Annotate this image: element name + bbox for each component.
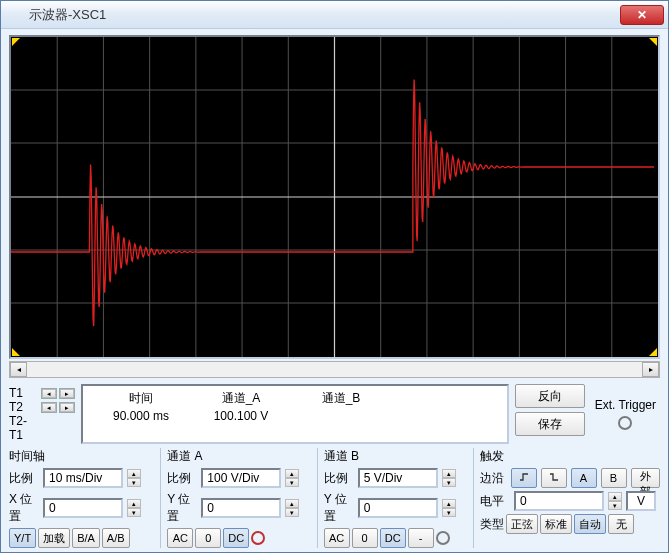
timebase-group: 时间轴 比例 10 ms/Div ▴▾ X 位置 0 ▴▾ Y/T 加载 B/A… xyxy=(9,448,152,548)
readout-chb xyxy=(291,409,391,423)
channel-a-group: 通道 A 比例 100 V/Div ▴▾ Y 位置 0 ▴▾ AC 0 DC xyxy=(160,448,308,548)
readout-header-time: 时间 xyxy=(91,390,191,407)
app-icon xyxy=(5,8,23,22)
scope-display[interactable] xyxy=(9,35,660,359)
cha-jack-icon[interactable] xyxy=(251,531,265,545)
close-button[interactable]: ✕ xyxy=(620,5,664,25)
cha-ypos-label: Y 位置 xyxy=(167,491,197,525)
trigger-type-none[interactable]: 无 xyxy=(608,514,634,534)
up[interactable]: ▴ xyxy=(442,499,456,508)
chb-scale-spinner[interactable]: ▴▾ xyxy=(442,469,456,487)
trigger-type-std[interactable]: 标准 xyxy=(540,514,572,534)
cha-ypos-input[interactable]: 0 xyxy=(201,498,281,518)
corner-marker-tl xyxy=(12,38,20,46)
chb-dc-button[interactable]: DC xyxy=(380,528,406,548)
scroll-right-button[interactable]: ▸ xyxy=(642,362,659,377)
t2-right[interactable]: ▸ xyxy=(60,403,74,412)
control-panel: T1 ◂ ▸ T2 ◂ ▸ T2-T1 时间 通道_A 通道_B xyxy=(9,384,660,548)
timebase-scale-input[interactable]: 10 ms/Div xyxy=(43,468,123,488)
up[interactable]: ▴ xyxy=(608,492,622,501)
t2-left[interactable]: ◂ xyxy=(42,403,56,412)
readout-time: 90.000 ms xyxy=(91,409,191,423)
chb-ypos-label: Y 位置 xyxy=(324,491,354,525)
mode-yt-button[interactable]: Y/T xyxy=(9,528,36,548)
chb-jack-icon[interactable] xyxy=(436,531,450,545)
trigger-src-ext-button[interactable]: 外部 xyxy=(631,468,660,488)
trigger-title: 触发 xyxy=(480,448,660,465)
cursor-diff-label: T2-T1 xyxy=(9,414,39,442)
cursor-readout: 时间 通道_A 通道_B 90.000 ms 100.100 V xyxy=(81,384,509,444)
chb-scale-input[interactable]: 5 V/Div xyxy=(358,468,438,488)
down[interactable]: ▾ xyxy=(608,501,622,510)
scroll-track[interactable] xyxy=(27,362,642,377)
cha-scale-spinner[interactable]: ▴▾ xyxy=(285,469,299,487)
chb-ypos-spinner[interactable]: ▴▾ xyxy=(442,499,456,517)
edge-falling-button[interactable] xyxy=(541,468,567,488)
trigger-group: 触发 边沿 A B 外部 电平 0 ▴▾ V 类型 正弦 xyxy=(473,448,660,548)
down[interactable]: ▾ xyxy=(285,478,299,487)
timebase-scale-label: 比例 xyxy=(9,470,39,487)
window-title: 示波器-XSC1 xyxy=(29,6,620,24)
cursor-t1-label: T1 xyxy=(9,386,39,400)
trigger-type-sine[interactable]: 正弦 xyxy=(506,514,538,534)
chb-ypos-input[interactable]: 0 xyxy=(358,498,438,518)
cha-zero-button[interactable]: 0 xyxy=(195,528,221,548)
down[interactable]: ▾ xyxy=(127,508,141,517)
cha-dc-button[interactable]: DC xyxy=(223,528,249,548)
timebase-scale-spinner[interactable]: ▴▾ xyxy=(127,469,141,487)
t1-left[interactable]: ◂ xyxy=(42,389,56,398)
channel-b-group: 通道 B 比例 5 V/Div ▴▾ Y 位置 0 ▴▾ AC 0 DC - xyxy=(317,448,465,548)
cha-scale-input[interactable]: 100 V/Div xyxy=(201,468,281,488)
corner-marker-tr xyxy=(649,38,657,46)
trigger-level-label: 电平 xyxy=(480,493,510,510)
chb-scale-label: 比例 xyxy=(324,470,354,487)
horizontal-scrollbar[interactable]: ◂ ▸ xyxy=(9,361,660,378)
trigger-type-auto[interactable]: 自动 xyxy=(574,514,606,534)
timebase-xpos-spinner[interactable]: ▴▾ xyxy=(127,499,141,517)
title-bar[interactable]: 示波器-XSC1 ✕ xyxy=(1,1,668,29)
chb-invert-button[interactable]: - xyxy=(408,528,434,548)
readout-cha: 100.100 V xyxy=(191,409,291,423)
chb-ac-button[interactable]: AC xyxy=(324,528,350,548)
scope-canvas xyxy=(11,37,658,357)
cursor-t1-spinner-r[interactable]: ▸ xyxy=(59,388,75,399)
cursor-t2-spinner-r[interactable]: ▸ xyxy=(59,402,75,413)
ext-trigger-jack-icon[interactable] xyxy=(618,416,632,430)
cha-ypos-spinner[interactable]: ▴▾ xyxy=(285,499,299,517)
trigger-level-unit: V xyxy=(626,491,656,511)
mode-ab-button[interactable]: A/B xyxy=(102,528,130,548)
cursor-t1-spinner[interactable]: ◂ xyxy=(41,388,57,399)
down[interactable]: ▾ xyxy=(442,508,456,517)
scroll-left-button[interactable]: ◂ xyxy=(10,362,27,377)
up[interactable]: ▴ xyxy=(285,499,299,508)
mode-add-button[interactable]: 加载 xyxy=(38,528,70,548)
cha-scale-label: 比例 xyxy=(167,470,197,487)
up[interactable]: ▴ xyxy=(442,469,456,478)
cursor-t2-spinner[interactable]: ◂ xyxy=(41,402,57,413)
chb-title: 通道 B xyxy=(324,448,465,465)
trigger-level-input[interactable]: 0 xyxy=(514,491,604,511)
save-button[interactable]: 保存 xyxy=(515,412,585,436)
reverse-button[interactable]: 反向 xyxy=(515,384,585,408)
t1-right[interactable]: ▸ xyxy=(60,389,74,398)
chb-zero-button[interactable]: 0 xyxy=(352,528,378,548)
cha-ac-button[interactable]: AC xyxy=(167,528,193,548)
down[interactable]: ▾ xyxy=(285,508,299,517)
trigger-src-b-button[interactable]: B xyxy=(601,468,627,488)
trigger-level-spinner[interactable]: ▴▾ xyxy=(608,492,622,510)
trigger-src-a-button[interactable]: A xyxy=(571,468,597,488)
oscilloscope-window: 示波器-XSC1 ✕ xyxy=(0,0,669,553)
mode-ba-button[interactable]: B/A xyxy=(72,528,100,548)
timebase-xpos-input[interactable]: 0 xyxy=(43,498,123,518)
trigger-edge-label: 边沿 xyxy=(480,470,507,487)
up[interactable]: ▴ xyxy=(127,469,141,478)
edge-rising-button[interactable] xyxy=(511,468,537,488)
up[interactable]: ▴ xyxy=(127,499,141,508)
down[interactable]: ▾ xyxy=(442,478,456,487)
cursor-t2-label: T2 xyxy=(9,400,39,414)
timebase-xpos-label: X 位置 xyxy=(9,491,39,525)
corner-marker-br xyxy=(649,348,657,356)
down[interactable]: ▾ xyxy=(127,478,141,487)
ext-trigger-label: Ext. Trigger xyxy=(595,398,656,412)
up[interactable]: ▴ xyxy=(285,469,299,478)
